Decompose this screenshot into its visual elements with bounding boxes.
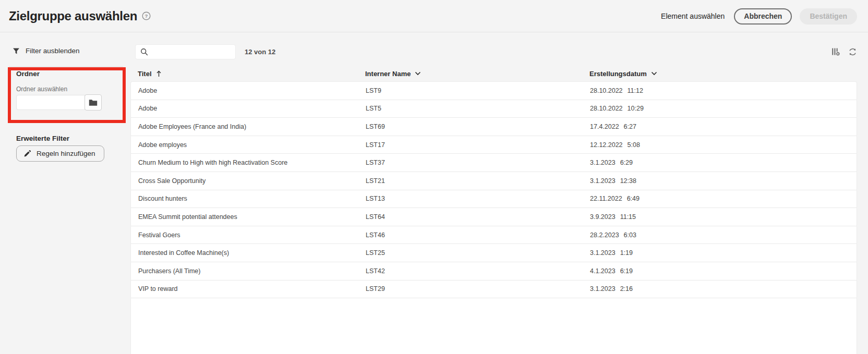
column-label: Interner Name xyxy=(365,70,411,78)
cell-title: EMEA Summit potential attendees xyxy=(131,213,366,221)
page-body: Filter ausblenden Ordner Ordner auswähle… xyxy=(0,33,868,354)
table-row[interactable]: Churn Medium to High with high Reactivat… xyxy=(131,154,857,172)
filter-toggle-label: Filter ausblenden xyxy=(26,47,80,55)
topbar: Zielgruppe auswählen ? Element auswählen… xyxy=(0,0,868,32)
cell-title: Discount hunters xyxy=(131,195,366,202)
search-box[interactable] xyxy=(135,44,236,59)
title-wrap: Zielgruppe auswählen ? xyxy=(9,9,151,23)
cell-created-date: 3.9.202311:15 xyxy=(590,213,857,221)
refresh-button[interactable] xyxy=(848,47,857,56)
cell-title: Churn Medium to High with high Reactivat… xyxy=(131,159,366,166)
cell-internal-name: LST13 xyxy=(366,195,590,202)
table-header: Titel Interner Name Erstellungsdatum xyxy=(130,67,857,80)
cell-created-date: 12.12.20225:08 xyxy=(590,141,857,149)
help-icon[interactable]: ? xyxy=(142,11,151,20)
filter-toggle[interactable]: Filter ausblenden xyxy=(13,47,80,55)
cell-created-date: 28.10.202210:29 xyxy=(590,105,857,112)
table-row[interactable]: Discount huntersLST1322.11.20226:49 xyxy=(131,190,857,209)
cell-internal-name: LST46 xyxy=(366,231,590,239)
table-row[interactable]: Purchasers (All Time)LST424.1.20236:19 xyxy=(131,262,857,280)
folder-browse-button[interactable] xyxy=(85,94,102,111)
confirm-button[interactable]: Bestätigen xyxy=(800,8,857,25)
chevron-down-icon xyxy=(651,71,657,76)
cell-title: Interested in Coffee Machine(s) xyxy=(131,249,366,257)
folder-icon xyxy=(89,99,98,106)
filter-sidebar: Filter ausblenden Ordner Ordner auswähle… xyxy=(0,33,130,354)
cell-internal-name: LST25 xyxy=(366,249,590,257)
sidebar-divider xyxy=(9,66,123,67)
cell-created-date: 17.4.20226:27 xyxy=(590,123,857,130)
toolbar-icons xyxy=(831,47,857,56)
column-header-interner-name[interactable]: Interner Name xyxy=(365,70,589,78)
sort-ascending-icon xyxy=(156,70,162,77)
folder-input[interactable] xyxy=(16,95,85,110)
cell-title: Cross Sale Opportunity xyxy=(131,177,366,185)
cell-title: Adobe Employees (France and India) xyxy=(131,123,366,130)
search-input[interactable] xyxy=(152,47,246,56)
cell-internal-name: LST69 xyxy=(366,123,590,130)
cell-title: Adobe xyxy=(131,105,366,112)
cell-title: Adobe employes xyxy=(131,141,366,149)
cell-created-date: 3.1.20231:19 xyxy=(590,249,857,257)
chevron-down-icon xyxy=(415,71,421,76)
folder-picker-label: Ordner auswählen xyxy=(16,86,67,93)
cell-internal-name: LST37 xyxy=(366,159,590,166)
cell-internal-name: LST64 xyxy=(366,213,590,221)
filter-funnel-icon xyxy=(13,47,20,55)
result-count: 12 von 12 xyxy=(245,48,275,56)
cell-title: Adobe xyxy=(131,87,366,94)
cell-created-date: 28.2.20236:03 xyxy=(590,231,857,239)
table-row[interactable]: VIP to rewardLST293.1.20232:16 xyxy=(131,280,857,299)
folder-section-heading: Ordner xyxy=(16,70,40,78)
cell-internal-name: LST21 xyxy=(366,177,590,185)
table-row[interactable]: AdobeLST528.10.202210:29 xyxy=(131,100,857,118)
add-rules-label: Regeln hinzufügen xyxy=(37,150,95,157)
cell-title: Purchasers (All Time) xyxy=(131,267,366,275)
column-label: Titel xyxy=(138,70,152,78)
cell-title: VIP to reward xyxy=(131,285,366,292)
main-content: 12 von 12 xyxy=(130,33,868,354)
svg-text:?: ? xyxy=(145,13,148,19)
table-row[interactable]: AdobeLST928.10.202211:12 xyxy=(131,82,857,100)
table-row[interactable]: Festival GoersLST4628.2.20236:03 xyxy=(131,226,857,245)
page-title: Zielgruppe auswählen xyxy=(9,9,137,23)
table-row[interactable]: Adobe Employees (France and India)LST691… xyxy=(131,118,857,136)
topbar-actions: Element auswählen Abbrechen Bestätigen xyxy=(661,0,857,32)
column-settings-button[interactable] xyxy=(831,47,840,56)
column-header-titel[interactable]: Titel xyxy=(130,70,365,78)
selection-hint: Element auswählen xyxy=(661,12,725,20)
folder-picker xyxy=(16,94,102,111)
refresh-icon xyxy=(848,47,857,56)
cell-created-date: 22.11.20226:49 xyxy=(590,195,857,202)
column-label: Erstellungsdatum xyxy=(589,70,647,78)
list-toolbar: 12 von 12 xyxy=(135,44,857,59)
table-row[interactable]: Adobe employesLST1712.12.20225:08 xyxy=(131,136,857,154)
table-row[interactable]: Cross Sale OpportunityLST213.1.202312:38 xyxy=(131,172,857,190)
cell-title: Festival Goers xyxy=(131,231,366,239)
cell-created-date: 3.1.202312:38 xyxy=(590,177,857,185)
cell-created-date: 3.1.20236:29 xyxy=(590,159,857,166)
cell-internal-name: LST5 xyxy=(366,105,590,112)
column-header-erstellungsdatum[interactable]: Erstellungsdatum xyxy=(589,70,857,78)
table-body: AdobeLST928.10.202211:12AdobeLST528.10.2… xyxy=(130,81,857,354)
cell-created-date: 28.10.202211:12 xyxy=(590,87,857,94)
search-icon xyxy=(140,48,148,56)
table-row[interactable]: Interested in Coffee Machine(s)LST253.1.… xyxy=(131,244,857,262)
cancel-button[interactable]: Abbrechen xyxy=(734,8,792,25)
table-row[interactable]: EMEA Summit potential attendeesLST643.9.… xyxy=(131,208,857,226)
column-settings-icon xyxy=(831,47,840,56)
cell-internal-name: LST42 xyxy=(366,267,590,275)
pencil-icon xyxy=(23,150,31,157)
cell-internal-name: LST17 xyxy=(366,141,590,149)
add-rules-button[interactable]: Regeln hinzufügen xyxy=(16,145,104,162)
advanced-filter-heading: Erweiterte Filter xyxy=(16,135,69,142)
cell-created-date: 4.1.20236:19 xyxy=(590,267,857,275)
cell-created-date: 3.1.20232:16 xyxy=(590,285,857,292)
cell-internal-name: LST29 xyxy=(366,285,590,292)
cell-internal-name: LST9 xyxy=(366,87,590,94)
